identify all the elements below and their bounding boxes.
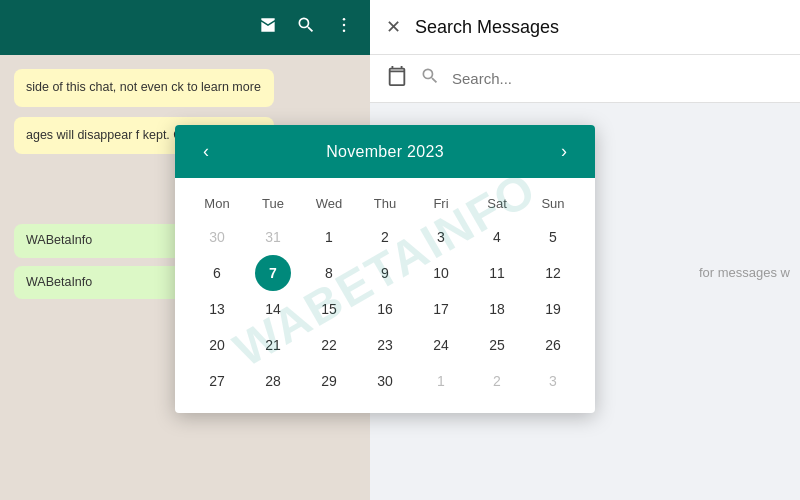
calendar-row: 20212223242526 bbox=[189, 327, 581, 363]
next-month-button[interactable]: › bbox=[553, 139, 575, 164]
search-panel-icon[interactable] bbox=[420, 66, 440, 91]
svg-point-1 bbox=[343, 24, 346, 27]
calendar-row: 6789101112 bbox=[189, 255, 581, 291]
calendar-day[interactable]: 5 bbox=[535, 219, 571, 255]
day-header: Wed bbox=[301, 186, 357, 219]
calendar-day[interactable]: 26 bbox=[535, 327, 571, 363]
calendar-day[interactable]: 23 bbox=[367, 327, 403, 363]
calendar-day[interactable]: 6 bbox=[199, 255, 235, 291]
calendar-day[interactable]: 14 bbox=[255, 291, 291, 327]
calendar-day[interactable]: 30 bbox=[199, 219, 235, 255]
calendar-day[interactable]: 21 bbox=[255, 327, 291, 363]
calendar-day[interactable]: 7 bbox=[255, 255, 291, 291]
calendar-day[interactable]: 27 bbox=[199, 363, 235, 399]
calendar-day[interactable]: 16 bbox=[367, 291, 403, 327]
calendar-day[interactable]: 20 bbox=[199, 327, 235, 363]
svg-point-2 bbox=[343, 30, 346, 33]
svg-point-0 bbox=[343, 18, 346, 21]
calendar-day[interactable]: 15 bbox=[311, 291, 347, 327]
calendar-day[interactable]: 11 bbox=[479, 255, 515, 291]
calendar-day[interactable]: 10 bbox=[423, 255, 459, 291]
calendar-day[interactable]: 31 bbox=[255, 219, 291, 255]
panel-title: Search Messages bbox=[415, 17, 784, 38]
calendar-row: 13141516171819 bbox=[189, 291, 581, 327]
calendar-day[interactable]: 18 bbox=[479, 291, 515, 327]
calendar-day[interactable]: 28 bbox=[255, 363, 291, 399]
calendar-day-headers: MonTueWedThuFriSatSun bbox=[189, 186, 581, 219]
chat-header bbox=[0, 0, 370, 55]
search-input[interactable] bbox=[452, 70, 784, 87]
calendar-day[interactable]: 24 bbox=[423, 327, 459, 363]
calendar-header: ‹ November 2023 › bbox=[175, 125, 595, 178]
search-chat-icon[interactable] bbox=[296, 15, 316, 40]
calendar-day[interactable]: 30 bbox=[367, 363, 403, 399]
calendar-day[interactable]: 8 bbox=[311, 255, 347, 291]
more-icon[interactable] bbox=[334, 15, 354, 40]
calendar-toggle-icon[interactable] bbox=[386, 65, 408, 92]
calendar-day[interactable]: 19 bbox=[535, 291, 571, 327]
calendar-day[interactable]: 4 bbox=[479, 219, 515, 255]
day-header: Mon bbox=[189, 186, 245, 219]
right-header: ✕ Search Messages bbox=[370, 0, 800, 55]
search-hint: for messages w bbox=[699, 265, 790, 280]
day-header: Sun bbox=[525, 186, 581, 219]
chat-bubble-1: side of this chat, not even ck to learn … bbox=[14, 69, 274, 107]
day-header: Sat bbox=[469, 186, 525, 219]
calendar-row: 27282930123 bbox=[189, 363, 581, 399]
day-header: Fri bbox=[413, 186, 469, 219]
calendar-day[interactable]: 13 bbox=[199, 291, 235, 327]
day-header: Tue bbox=[245, 186, 301, 219]
calendar-day[interactable]: 12 bbox=[535, 255, 571, 291]
calendar-body: 3031123456789101112131415161718192021222… bbox=[189, 219, 581, 399]
calendar-day[interactable]: 1 bbox=[423, 363, 459, 399]
prev-month-button[interactable]: ‹ bbox=[195, 139, 217, 164]
calendar-day[interactable]: 9 bbox=[367, 255, 403, 291]
search-bar bbox=[370, 55, 800, 103]
calendar-day[interactable]: 29 bbox=[311, 363, 347, 399]
calendar-day[interactable]: 2 bbox=[367, 219, 403, 255]
calendar-row: 303112345 bbox=[189, 219, 581, 255]
calendar-day[interactable]: 3 bbox=[423, 219, 459, 255]
store-icon[interactable] bbox=[258, 15, 278, 40]
calendar-day[interactable]: 3 bbox=[535, 363, 571, 399]
close-button[interactable]: ✕ bbox=[386, 16, 401, 38]
calendar-overlay: ‹ November 2023 › MonTueWedThuFriSatSun … bbox=[175, 125, 595, 413]
calendar-month-year: November 2023 bbox=[326, 143, 444, 161]
calendar-day[interactable]: 22 bbox=[311, 327, 347, 363]
day-header: Thu bbox=[357, 186, 413, 219]
calendar-day[interactable]: 17 bbox=[423, 291, 459, 327]
calendar-day[interactable]: 25 bbox=[479, 327, 515, 363]
calendar-day[interactable]: 2 bbox=[479, 363, 515, 399]
calendar-day[interactable]: 1 bbox=[311, 219, 347, 255]
calendar-grid: MonTueWedThuFriSatSun 303112345678910111… bbox=[175, 178, 595, 413]
